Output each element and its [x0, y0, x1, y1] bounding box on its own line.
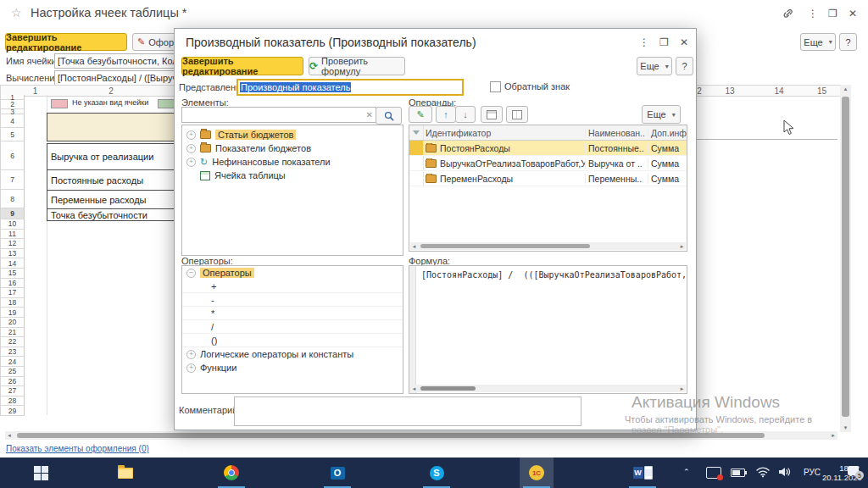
taskbar-1c-button[interactable]: 1С: [520, 458, 554, 488]
representation-input[interactable]: Производный показатель: [236, 79, 464, 96]
row-header-8[interactable]: 8: [1, 190, 25, 208]
row-header-15[interactable]: 15: [1, 269, 25, 279]
operator-item-0[interactable]: +: [182, 280, 403, 293]
row-header-5[interactable]: 5: [1, 128, 25, 141]
sheet-hscroll-thumb[interactable]: [17, 433, 765, 438]
expand-icon[interactable]: +: [186, 350, 196, 359]
collapse-icon[interactable]: −: [186, 269, 196, 278]
tray-volume-icon[interactable]: [778, 466, 792, 478]
dialog-more-button[interactable]: Еще: [637, 57, 672, 75]
operand-row-1[interactable]: ВыручкаОтРеализаТоваровРабот,УслугВыручк…: [409, 156, 687, 171]
operand-row-2[interactable]: ПеременРасходыПеременны..Сумма: [409, 171, 687, 186]
row-header-7[interactable]: 7: [1, 170, 25, 190]
row-header-28[interactable]: 28: [1, 396, 25, 407]
formula-hscrollbar[interactable]: ◂ ▸: [410, 385, 686, 392]
taskbar-skype-button[interactable]: S: [420, 458, 453, 488]
row-header-24[interactable]: 24: [1, 357, 25, 367]
window-restore-icon[interactable]: ❐: [828, 8, 837, 19]
comment-textarea[interactable]: [234, 396, 581, 426]
row-header-10[interactable]: 10: [1, 219, 25, 230]
row-header-27[interactable]: 27: [1, 386, 25, 396]
column-header-15[interactable]: 15: [804, 85, 841, 97]
row-header-12[interactable]: 12: [1, 239, 25, 249]
row-header-25[interactable]: 25: [1, 367, 25, 377]
cell-name-input[interactable]: [Точка безубыточности, Колонка]: [54, 53, 185, 69]
row-header-22[interactable]: 22: [1, 337, 25, 347]
window-close-icon[interactable]: ✕: [849, 8, 857, 19]
row-header-6[interactable]: 6: [1, 141, 25, 170]
row-header-19[interactable]: 19: [1, 308, 25, 318]
expand-icon[interactable]: +: [186, 130, 196, 140]
expand-icon[interactable]: +: [186, 144, 196, 153]
column-header-2[interactable]: 2: [47, 85, 176, 97]
calculation-input[interactable]: [ПостоянРасходы] / ([ВыручкаОтР: [54, 70, 185, 86]
operands-col-info[interactable]: Доп.информаци: [648, 128, 687, 138]
expand-icon[interactable]: +: [186, 158, 196, 167]
operators-group-0[interactable]: +Логические операторы и константы: [182, 347, 403, 361]
elements-tree-item-3[interactable]: Ячейка таблицы: [182, 169, 403, 182]
sheet-vscroll-thumb[interactable]: [842, 97, 849, 417]
tray-language[interactable]: РУС: [804, 468, 821, 477]
row-header-9[interactable]: 9: [1, 208, 25, 219]
operand-table-button-2[interactable]: [506, 106, 528, 123]
row-header-13[interactable]: 13: [1, 249, 25, 259]
tray-chevron-icon[interactable]: ⌃: [683, 468, 690, 476]
start-button[interactable]: [24, 458, 58, 488]
filter-icon[interactable]: [413, 130, 420, 135]
operators-root[interactable]: −Операторы: [182, 266, 403, 280]
dialog-maximize-icon[interactable]: ❐: [659, 36, 669, 48]
dialog-help-button[interactable]: ?: [676, 57, 693, 75]
operand-table-button-1[interactable]: [481, 106, 503, 123]
sheet-cell-breakeven[interactable]: Точка безубыточности: [47, 208, 180, 221]
row-header-26[interactable]: 26: [1, 377, 25, 387]
operands-hscrollbar[interactable]: ◂ ▸: [410, 242, 686, 250]
column-header-1[interactable]: 1: [24, 85, 47, 97]
sheet-cell-variable-costs[interactable]: Переменные расходы: [47, 190, 180, 209]
operand-move-up-button[interactable]: ↑: [436, 106, 456, 123]
check-formula-button[interactable]: ⟳ Проверить формулу: [309, 57, 405, 75]
operator-item-2[interactable]: *: [182, 307, 403, 320]
window-help-button[interactable]: ?: [839, 33, 857, 51]
row-header-4[interactable]: 4: [1, 114, 25, 128]
tray-wifi-icon[interactable]: [756, 466, 770, 478]
taskbar-explorer-button[interactable]: [108, 458, 142, 488]
link-icon[interactable]: [782, 7, 795, 24]
inverse-sign-checkbox[interactable]: [490, 81, 501, 92]
column-header-14[interactable]: 14: [754, 85, 804, 97]
sheet-vscrollbar[interactable]: ▴ ▾: [840, 85, 851, 432]
sheet-cell-revenue[interactable]: Выручка от реализации: [47, 143, 180, 170]
notification-center-icon[interactable]: 5: [848, 466, 861, 477]
row-header-23[interactable]: 23: [1, 347, 25, 358]
expand-icon[interactable]: +: [186, 363, 196, 373]
row-header-29[interactable]: 29: [1, 406, 25, 416]
elements-tree-item-1[interactable]: +Показатели бюджетов: [182, 141, 403, 155]
taskbar-word-button[interactable]: W: [626, 458, 659, 488]
search-button[interactable]: [376, 107, 402, 125]
operand-move-down-button[interactable]: ↓: [455, 106, 476, 123]
tray-battery-icon[interactable]: [731, 469, 745, 477]
operators-group-1[interactable]: +Функции: [182, 361, 403, 374]
elements-tree-item-0[interactable]: +Статьи бюджетов: [182, 128, 403, 141]
show-format-elements-link[interactable]: Показать элементы оформления (0): [6, 444, 149, 453]
row-header-20[interactable]: 20: [1, 318, 25, 328]
operator-item-3[interactable]: /: [182, 320, 403, 334]
finish-editing-button[interactable]: Завершить редактирование: [5, 33, 127, 51]
elements-search-input[interactable]: ✕: [181, 107, 376, 123]
dialog-menu-icon[interactable]: ⋮: [639, 36, 649, 48]
clear-search-icon[interactable]: ✕: [366, 110, 373, 119]
row-header-17[interactable]: 17: [1, 288, 25, 298]
elements-tree-item-2[interactable]: +↻Нефинансовые показатели: [182, 155, 403, 169]
operator-item-1[interactable]: -: [182, 293, 403, 307]
favorite-star-icon[interactable]: ☆: [11, 6, 22, 19]
window-menu-icon[interactable]: ⋮: [808, 8, 818, 19]
sheet-merged-cell[interactable]: [47, 113, 176, 141]
taskbar-outlook-button[interactable]: O: [320, 458, 354, 488]
operator-item-4[interactable]: (): [182, 334, 403, 347]
window-more-button[interactable]: Еще: [800, 33, 836, 51]
row-header-14[interactable]: 14: [1, 258, 25, 269]
taskbar-chrome-button[interactable]: [214, 458, 248, 488]
operand-edit-button[interactable]: ✎: [409, 106, 432, 123]
sheet-cell-fixed-costs[interactable]: Постоянные расходы: [47, 169, 180, 191]
operands-more-button[interactable]: Еще: [642, 105, 681, 124]
row-header-21[interactable]: 21: [1, 328, 25, 338]
